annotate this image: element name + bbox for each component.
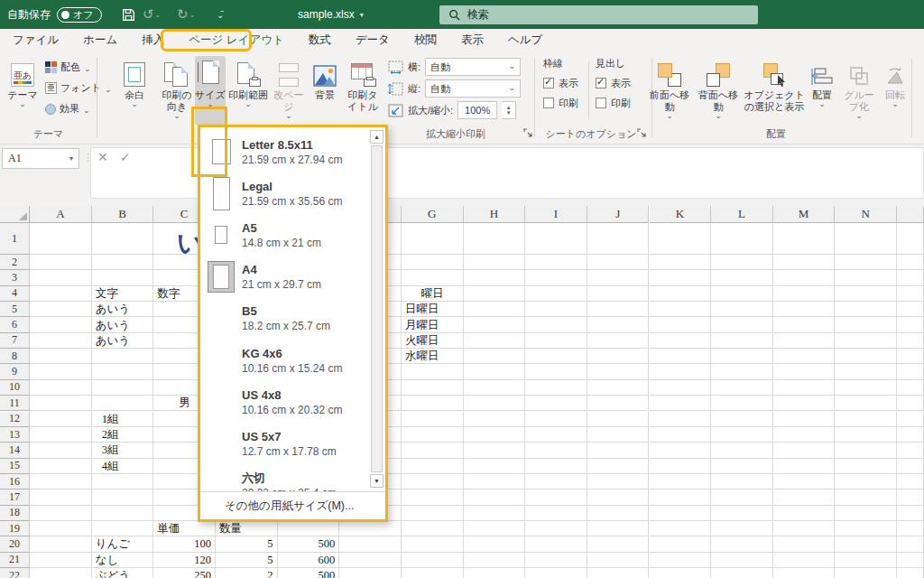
cell-O19[interactable] <box>897 521 924 536</box>
cell-A20[interactable] <box>30 536 92 552</box>
cell-G9[interactable] <box>402 364 464 379</box>
cell-K19[interactable] <box>650 521 712 536</box>
cell-I20[interactable] <box>525 536 587 552</box>
align-button[interactable]: 配置 <box>807 56 837 125</box>
size-option-5[interactable]: KG 4x610.16 cm x 15.24 cm <box>200 340 369 381</box>
cell-J20[interactable] <box>587 536 650 552</box>
row-header-17[interactable]: 17 <box>0 489 30 505</box>
cell-N7[interactable] <box>835 333 897 349</box>
cell-M6[interactable] <box>773 317 836 332</box>
scale-percent-spinner[interactable]: ▲▼ <box>502 101 516 119</box>
save-button[interactable] <box>121 0 136 29</box>
cell-M5[interactable] <box>773 302 836 317</box>
cell-N16[interactable] <box>835 474 897 489</box>
cell-A2[interactable] <box>30 255 92 270</box>
cell-G3[interactable] <box>402 270 464 285</box>
selection-pane-button[interactable]: オブジェクトの選択と表示 <box>744 56 805 125</box>
cell-G18[interactable] <box>402 506 464 521</box>
scale-dialog-launcher[interactable] <box>523 128 533 138</box>
cell-B10[interactable] <box>92 380 154 396</box>
row-header-2[interactable]: 2 <box>0 255 30 270</box>
row-header-3[interactable]: 3 <box>0 270 30 285</box>
cell-H8[interactable] <box>464 349 526 364</box>
cell-J9[interactable] <box>587 364 650 379</box>
cell-O21[interactable] <box>897 553 924 568</box>
headings-view-checkbox[interactable]: 表示 <box>596 75 631 91</box>
cell-A5[interactable] <box>30 302 92 317</box>
cell-J2[interactable] <box>587 255 650 270</box>
cell-N12[interactable] <box>835 412 897 427</box>
cell-N9[interactable] <box>835 364 897 379</box>
cell-G15[interactable] <box>402 459 464 474</box>
cell-I15[interactable] <box>525 459 587 474</box>
cell-M20[interactable] <box>773 536 836 552</box>
cell-G13[interactable] <box>402 427 464 443</box>
cell-J16[interactable] <box>587 474 650 489</box>
cell-N1[interactable] <box>835 223 897 255</box>
cell-G20[interactable] <box>402 536 464 552</box>
cell-B19[interactable] <box>92 521 154 536</box>
cell-B1[interactable] <box>92 223 154 255</box>
cell-M13[interactable] <box>773 427 836 443</box>
cell-O5[interactable] <box>897 302 924 317</box>
cell-O14[interactable] <box>897 443 924 458</box>
tab-index-2[interactable]: 挿入 <box>142 28 164 53</box>
cell-N17[interactable] <box>835 489 897 505</box>
cell-J8[interactable] <box>587 349 650 364</box>
cell-N22[interactable] <box>835 568 897 578</box>
cell-L4[interactable] <box>711 286 773 302</box>
orientation-button[interactable]: 印刷の向き <box>157 56 197 125</box>
row-header-15[interactable]: 15 <box>0 459 30 474</box>
cell-L20[interactable] <box>711 536 773 552</box>
cell-L16[interactable] <box>711 474 773 489</box>
cell-K17[interactable] <box>650 489 712 505</box>
cell-A10[interactable] <box>30 380 92 396</box>
cell-K9[interactable] <box>650 364 712 379</box>
cell-L8[interactable] <box>711 349 773 364</box>
cell-H13[interactable] <box>464 427 526 443</box>
tab-index-6[interactable]: 校閲 <box>414 28 437 53</box>
cell-N6[interactable] <box>835 317 897 332</box>
cell-L15[interactable] <box>711 459 773 474</box>
cell-A12[interactable] <box>30 412 92 427</box>
size-option-6[interactable]: US 4x810.16 cm x 20.32 cm <box>200 381 369 423</box>
sheet-options-dialog-launcher[interactable] <box>637 128 647 138</box>
theme-colors-button[interactable]: 配色 <box>45 58 91 77</box>
column-header-N[interactable]: N <box>835 206 897 223</box>
cell-N13[interactable] <box>835 427 897 443</box>
cell-J15[interactable] <box>587 459 650 474</box>
cell-I11[interactable] <box>525 396 587 411</box>
cell-L19[interactable] <box>711 521 773 536</box>
column-header-M[interactable]: M <box>773 206 836 223</box>
cell-A6[interactable] <box>30 317 92 332</box>
cell-H10[interactable] <box>464 380 526 396</box>
cell-L14[interactable] <box>711 443 773 458</box>
row-header-13[interactable]: 13 <box>0 427 30 443</box>
cell-M9[interactable] <box>773 364 836 379</box>
cell-H21[interactable] <box>464 553 526 568</box>
size-option-2[interactable]: A514.8 cm x 21 cm <box>200 214 369 256</box>
row-header-9[interactable]: 9 <box>0 364 30 379</box>
cell-K11[interactable] <box>650 396 712 411</box>
cell-H6[interactable] <box>464 317 526 332</box>
cell-M10[interactable] <box>773 380 836 396</box>
cell-J5[interactable] <box>587 302 650 317</box>
cell-G10[interactable] <box>402 380 464 396</box>
row-header-20[interactable]: 20 <box>0 536 30 552</box>
tab-index-7[interactable]: 表示 <box>461 28 484 53</box>
row-header-18[interactable]: 18 <box>0 506 30 521</box>
cell-G14[interactable] <box>402 443 464 458</box>
tab-index-0[interactable]: ファイル <box>13 28 59 53</box>
column-header-A[interactable]: A <box>30 206 92 223</box>
cell-L21[interactable] <box>711 553 773 568</box>
cell-J17[interactable] <box>587 489 650 505</box>
height-select[interactable]: 自動 <box>425 79 521 98</box>
cell-L3[interactable] <box>711 270 773 285</box>
print-area-button[interactable]: 印刷範囲 <box>227 56 269 125</box>
size-button[interactable]: サイズ <box>195 56 226 125</box>
cell-G11[interactable] <box>402 396 464 411</box>
cell-L11[interactable] <box>711 396 773 411</box>
cell-A18[interactable] <box>30 506 92 521</box>
send-backward-button[interactable]: 背面へ移動 <box>695 56 742 125</box>
cell-L1[interactable] <box>711 223 773 255</box>
